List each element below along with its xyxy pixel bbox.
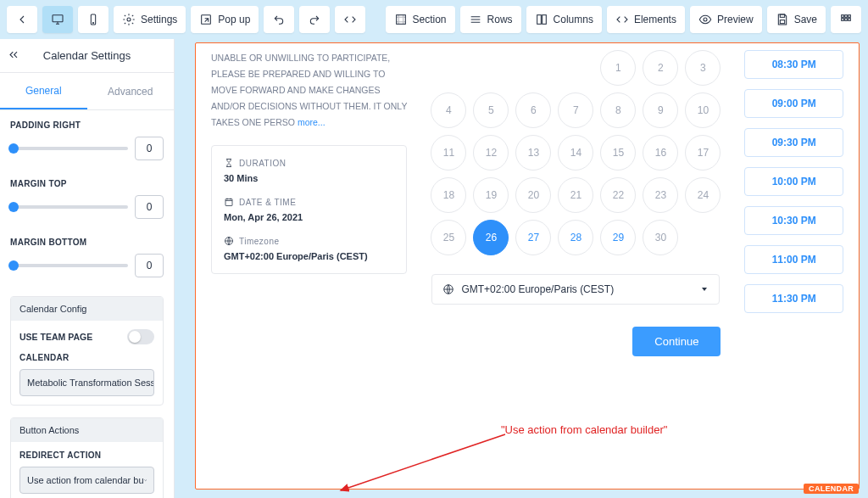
calendar-day[interactable]: 12 xyxy=(473,135,509,171)
duration-value: 30 Mins xyxy=(224,173,394,183)
save-label: Save xyxy=(794,14,817,25)
collapse-sidebar-button[interactable] xyxy=(7,48,20,64)
padding-right-label: PADDING RIGHT xyxy=(10,120,164,130)
calendar-day[interactable]: 17 xyxy=(685,135,721,171)
rows-button[interactable]: Rows xyxy=(460,6,521,33)
calendar-day[interactable]: 15 xyxy=(600,135,636,171)
calendar-day[interactable]: 24 xyxy=(685,177,721,213)
svg-rect-0 xyxy=(53,15,63,22)
columns-icon xyxy=(535,13,548,26)
calendar-day[interactable]: 21 xyxy=(558,177,593,213)
section-button[interactable]: Section xyxy=(386,6,455,33)
tab-general[interactable]: General xyxy=(0,73,87,109)
calendar-day[interactable]: 27 xyxy=(515,220,551,255)
calendar-day[interactable]: 28 xyxy=(558,220,593,255)
calendar-day[interactable]: 2 xyxy=(643,50,678,86)
calendar-day[interactable]: 13 xyxy=(515,135,551,171)
calendar-day[interactable]: 30 xyxy=(643,220,678,255)
padding-right-slider[interactable] xyxy=(10,147,128,150)
preview-button[interactable]: Preview xyxy=(690,6,762,33)
redo-icon xyxy=(308,13,321,26)
svg-point-8 xyxy=(704,18,707,21)
calendar-day[interactable]: 18 xyxy=(431,177,466,213)
calendar-day[interactable]: 1 xyxy=(600,50,636,86)
margin-top-slider[interactable] xyxy=(10,205,128,209)
grid-icon xyxy=(839,13,853,26)
section-label: Section xyxy=(413,14,447,25)
timeslot-option[interactable]: 10:00 PM xyxy=(744,167,843,196)
calendar-day[interactable]: 16 xyxy=(643,135,678,171)
calendar-day[interactable]: 14 xyxy=(558,135,593,171)
margin-top-value[interactable]: 0 xyxy=(135,195,164,219)
datetime-value: Mon, Apr 26, 2021 xyxy=(224,212,394,222)
annotation-text: "Use action from calendar builder" xyxy=(501,423,667,436)
undo-button[interactable] xyxy=(264,6,294,33)
settings-button[interactable]: Settings xyxy=(114,6,186,33)
calendar-day[interactable]: 23 xyxy=(643,177,678,213)
calendar-day[interactable]: 8 xyxy=(600,92,636,128)
columns-button[interactable]: Columns xyxy=(526,6,602,33)
calendar-day[interactable]: 26 xyxy=(473,220,509,255)
calendar-day[interactable]: 22 xyxy=(600,177,636,213)
globe-icon xyxy=(442,283,454,295)
calendar-day[interactable]: 19 xyxy=(473,177,509,213)
timeslot-option[interactable]: 08:30 PM xyxy=(744,50,843,79)
elements-label: Elements xyxy=(634,14,676,25)
more-link[interactable]: more... xyxy=(298,117,326,127)
button-actions-header: Button Actions xyxy=(11,418,163,442)
calendar-element[interactable]: CALENDAR UNABLE OR UNWILLING TO PARTICIP… xyxy=(195,42,860,490)
timeslot-option[interactable]: 09:30 PM xyxy=(744,128,843,157)
margin-bottom-slider[interactable] xyxy=(10,264,128,267)
calendar-day[interactable]: 6 xyxy=(515,92,551,128)
arrow-left-icon xyxy=(15,13,29,26)
popup-button[interactable]: Pop up xyxy=(191,6,259,33)
calendar-day[interactable]: 25 xyxy=(431,220,466,255)
hourglass-icon xyxy=(224,158,234,168)
save-button[interactable]: Save xyxy=(767,6,826,33)
chevron-down-icon xyxy=(144,476,147,484)
redirect-action-select[interactable]: Use action from calendar bu xyxy=(19,467,154,494)
tab-advanced[interactable]: Advanced xyxy=(87,73,175,109)
calendar-day[interactable]: 9 xyxy=(643,92,678,128)
margin-top-control: MARGIN TOP 0 xyxy=(10,179,164,219)
gear-icon xyxy=(122,13,136,26)
timezone-select[interactable]: GMT+02:00 Europe/Paris (CEST) xyxy=(431,274,720,305)
margin-bottom-control: MARGIN BOTTOM 0 xyxy=(10,238,164,277)
calendar-select[interactable]: Metabolic Transformation Sess xyxy=(19,369,154,396)
timezone-value: GMT+02:00 Europe/Paris (CEST) xyxy=(224,251,394,261)
calendar-config-header: Calendar Config xyxy=(11,297,163,321)
code-button[interactable] xyxy=(335,6,365,33)
svg-rect-4 xyxy=(202,15,211,25)
calendar-day[interactable]: 29 xyxy=(600,220,636,255)
timeslot-option[interactable]: 10:30 PM xyxy=(744,206,843,235)
timezone-select-value: GMT+02:00 Europe/Paris (CEST) xyxy=(461,283,614,295)
timeslot-option[interactable]: 09:00 PM xyxy=(744,89,843,118)
calendar-day[interactable]: 10 xyxy=(685,92,721,128)
calendar-day[interactable]: 11 xyxy=(431,135,466,171)
elements-button[interactable]: Elements xyxy=(607,6,685,33)
svg-rect-7 xyxy=(542,15,546,25)
padding-right-control: PADDING RIGHT 0 xyxy=(10,120,164,160)
calendar-label: CALENDAR xyxy=(19,353,154,362)
code-icon xyxy=(343,13,357,26)
use-team-page-toggle[interactable] xyxy=(127,329,154,344)
button-actions-panel: Button Actions REDIRECT ACTION Use actio… xyxy=(10,417,164,498)
mobile-view-button[interactable] xyxy=(78,6,108,33)
timeslot-option[interactable]: 11:30 PM xyxy=(744,284,843,313)
redo-button[interactable] xyxy=(299,6,330,33)
margin-bottom-value[interactable]: 0 xyxy=(135,254,164,277)
calendar-day[interactable]: 4 xyxy=(431,92,466,128)
back-button[interactable] xyxy=(7,6,37,33)
calendar-day[interactable]: 5 xyxy=(473,92,509,128)
booking-info-card: DURATION 30 Mins DATE & TIME Mon, Apr 26… xyxy=(211,145,407,274)
continue-button[interactable]: Continue xyxy=(632,327,721,356)
duration-label: DURATION xyxy=(239,159,286,168)
apps-button[interactable] xyxy=(831,6,861,33)
padding-right-value[interactable]: 0 xyxy=(135,137,164,160)
sidebar-header: Calendar Settings xyxy=(0,39,174,73)
timeslot-option[interactable]: 11:00 PM xyxy=(744,245,843,274)
calendar-day[interactable]: 7 xyxy=(558,92,593,128)
calendar-day[interactable]: 20 xyxy=(515,177,551,213)
desktop-view-button[interactable] xyxy=(42,6,73,33)
calendar-day[interactable]: 3 xyxy=(685,50,721,86)
